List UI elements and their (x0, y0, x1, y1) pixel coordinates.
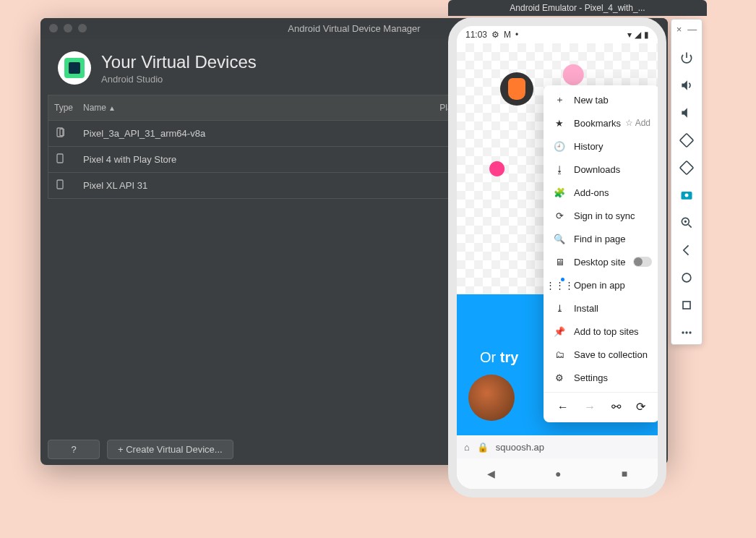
toolbar-more-icon[interactable] (679, 325, 694, 340)
android-studio-logo-icon (58, 51, 91, 85)
rotate-right-icon[interactable] (679, 161, 694, 175)
sample-image[interactable] (468, 375, 515, 421)
wifi-icon: ▾ (627, 30, 632, 40)
menu-label: History (574, 141, 603, 152)
toolbar-minimize-button[interactable]: — (687, 24, 697, 35)
svg-rect-3 (57, 180, 63, 189)
svg-rect-4 (680, 134, 694, 148)
svg-point-7 (685, 194, 689, 197)
menu-label: Find in page (574, 234, 626, 244)
emulator-window: Android Emulator - Pixel_4_with_... 11:0… (448, 0, 707, 498)
zoom-dot[interactable] (78, 24, 87, 33)
menu-label: Downloads (574, 164, 620, 175)
menu-label: Bookmarks (574, 118, 621, 129)
browser-overflow-menu: ＋New tab ★Bookmarks☆ Add 🕘History ⭳Downl… (544, 85, 659, 422)
gear-status-icon: ⚙ (491, 30, 499, 40)
nav-back-button[interactable]: ◀ (487, 468, 495, 479)
home-icon[interactable]: ⌂ (464, 442, 470, 453)
power-icon[interactable] (679, 51, 694, 65)
statusbar-clock: 11:03 (465, 30, 487, 40)
bookmarks-add-link[interactable]: ☆ Add (625, 118, 650, 128)
nav-back-icon[interactable]: ← (557, 401, 569, 414)
device-name: Pixel_3a_API_31_arm64-v8a (77, 128, 437, 139)
volume-up-icon[interactable] (679, 78, 694, 93)
svg-point-13 (689, 331, 691, 333)
menu-item-downloads[interactable]: ⭳Downloads (544, 158, 659, 181)
menu-item-top-sites[interactable]: 📌Add to top sites (544, 320, 659, 343)
svg-rect-5 (680, 161, 694, 175)
clock-icon: 🕘 (554, 140, 565, 152)
notification-dot-icon (561, 278, 564, 281)
browser-address-bar[interactable]: ⌂ 🔒 squoosh.ap (457, 435, 658, 458)
nav-forward-icon: → (584, 401, 596, 414)
menu-item-bookmarks[interactable]: ★Bookmarks☆ Add (544, 111, 659, 134)
dot-status-icon: • (515, 30, 518, 40)
squoosh-logo-icon (500, 72, 533, 106)
search-icon: 🔍 (554, 233, 565, 244)
menu-item-open-in-app[interactable]: ⋮⋮⋮Open in app (544, 273, 659, 296)
nav-reload-icon[interactable]: ⟳ (636, 400, 645, 414)
close-dot[interactable] (49, 24, 58, 33)
create-virtual-device-button[interactable]: + Create Virtual Device... (107, 440, 233, 459)
menu-label: Open in app (574, 280, 625, 291)
emulator-side-toolbar: × — (671, 19, 703, 345)
emulator-title: Android Emulator - Pixel_4_with_... (510, 3, 645, 13)
svg-point-12 (685, 331, 687, 333)
menu-item-sign-in[interactable]: ⟳Sign in to sync (544, 204, 659, 227)
svg-rect-10 (683, 302, 690, 309)
android-navbar: ◀ ● ■ (457, 458, 658, 489)
nav-share-icon[interactable]: ⚯ (611, 400, 621, 414)
device-name: Pixel XL API 31 (77, 180, 437, 191)
menu-item-find[interactable]: 🔍Find in page (544, 227, 659, 250)
avd-header-subtitle: Android Studio (101, 74, 257, 85)
svg-point-11 (682, 331, 684, 333)
menu-label: New tab (574, 95, 609, 106)
lock-icon: 🔒 (477, 442, 489, 453)
device-name: Pixel 4 with Play Store (77, 154, 437, 165)
screenshot-icon[interactable] (679, 188, 694, 202)
phone-icon (54, 153, 66, 164)
volume-down-icon[interactable] (679, 106, 694, 120)
android-statusbar: 11:03 ⚙ M • ▾ ◢ ▮ (457, 26, 658, 43)
rotate-left-icon[interactable] (679, 133, 694, 148)
col-name[interactable]: Name▲ (77, 103, 437, 113)
nav-home-button[interactable]: ● (555, 468, 561, 479)
phone-icon (54, 179, 66, 190)
avd-window-title: Android Virtual Device Manager (288, 23, 420, 34)
menu-label: Add-ons (574, 187, 609, 198)
minimize-dot[interactable] (64, 24, 72, 33)
toolbar-home-icon[interactable] (679, 270, 694, 285)
col-type[interactable]: Type (48, 103, 77, 113)
emulator-device-frame: 11:03 ⚙ M • ▾ ◢ ▮ Or try ＋New tab (448, 17, 666, 498)
menu-label: Settings (574, 372, 608, 383)
menu-label: Add to top sites (574, 326, 639, 337)
toolbar-back-icon[interactable] (679, 243, 694, 257)
signal-icon: ◢ (635, 30, 641, 40)
menu-item-desktop-site[interactable]: 🖥Desktop site (544, 250, 659, 273)
menu-item-install[interactable]: ⤓Install (544, 296, 659, 320)
emulator-screen[interactable]: 11:03 ⚙ M • ▾ ◢ ▮ Or try ＋New tab (457, 26, 658, 489)
menu-item-settings[interactable]: ⚙Settings (544, 366, 659, 389)
menu-item-history[interactable]: 🕘History (544, 134, 659, 158)
collection-icon: 🗂 (554, 349, 565, 360)
sort-asc-icon: ▲ (108, 104, 116, 112)
menu-label: Save to collection (574, 349, 648, 360)
menu-item-save-collection[interactable]: 🗂Save to collection (544, 343, 659, 366)
svg-point-9 (682, 273, 691, 282)
star-icon: ★ (554, 117, 565, 129)
window-controls[interactable] (49, 24, 87, 33)
help-button[interactable]: ? (48, 440, 100, 459)
sync-icon: ⟳ (554, 210, 565, 221)
zoom-icon[interactable] (679, 215, 694, 230)
desktop-site-toggle[interactable] (633, 257, 652, 267)
menu-item-addons[interactable]: 🧩Add-ons (544, 181, 659, 204)
mail-status-icon: M (504, 30, 511, 40)
emulator-titlebar[interactable]: Android Emulator - Pixel_4_with_... (448, 0, 707, 16)
phone-icon (54, 127, 66, 138)
nav-recents-button[interactable]: ■ (622, 468, 627, 479)
url-text[interactable]: squoosh.ap (496, 442, 544, 453)
toolbar-overview-icon[interactable] (679, 298, 694, 312)
toolbar-close-button[interactable]: × (676, 24, 682, 35)
download-icon: ⭳ (554, 163, 565, 175)
menu-item-new-tab[interactable]: ＋New tab (544, 88, 659, 111)
